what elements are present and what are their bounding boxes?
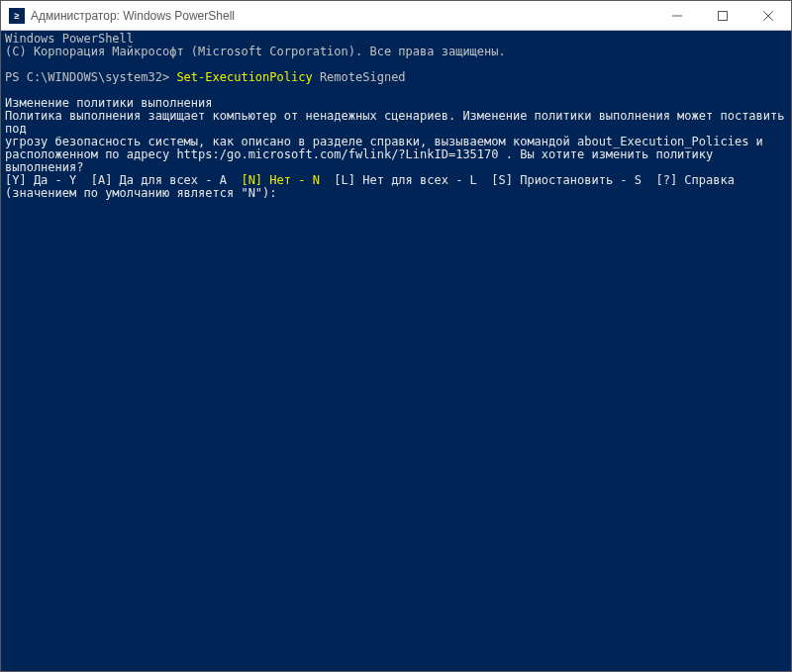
option-no-all: [L] Нет для всех - L bbox=[334, 173, 491, 187]
console-line: Windows PowerShell bbox=[5, 32, 134, 46]
option-suspend: [S] Приостановить - S bbox=[491, 173, 655, 187]
console-output[interactable]: Windows PowerShell (C) Корпорация Майкро… bbox=[1, 31, 791, 671]
option-no-default: [N] Нет - N bbox=[241, 173, 334, 187]
console-line: расположенном по адресу https:/go.micros… bbox=[5, 147, 720, 174]
console-heading: Изменение политики выполнения bbox=[5, 96, 213, 110]
window-controls bbox=[654, 1, 791, 30]
close-icon bbox=[763, 11, 773, 21]
option-yes: [Y] Да - Y bbox=[5, 173, 91, 187]
command-arg: RemoteSigned bbox=[320, 70, 406, 84]
maximize-button[interactable] bbox=[700, 1, 745, 30]
prompt-default: (значением по умолчанию является "N"): bbox=[5, 186, 277, 200]
svg-rect-1 bbox=[719, 11, 728, 20]
maximize-icon bbox=[718, 11, 728, 21]
minimize-icon bbox=[672, 11, 682, 21]
close-button[interactable] bbox=[745, 1, 791, 30]
command: Set-ExecutionPolicy bbox=[176, 70, 320, 84]
option-help: [?] Справка bbox=[655, 173, 734, 187]
window-title: Администратор: Windows PowerShell bbox=[31, 9, 654, 23]
powershell-window: ≥ Администратор: Windows PowerShell Wind… bbox=[0, 0, 792, 672]
powershell-icon: ≥ bbox=[9, 8, 25, 24]
minimize-button[interactable] bbox=[654, 1, 700, 30]
console-line: Политика выполнения защищает компьютер о… bbox=[5, 109, 791, 136]
titlebar: ≥ Администратор: Windows PowerShell bbox=[1, 1, 791, 31]
prompt-path: PS C:\WINDOWS\system32> bbox=[5, 70, 176, 84]
console-line: (C) Корпорация Майкрософт (Microsoft Cor… bbox=[5, 45, 506, 58]
option-all: [A] Да для всех - A bbox=[91, 173, 242, 187]
console-line: угрозу безопасность системы, как описано… bbox=[5, 135, 763, 148]
